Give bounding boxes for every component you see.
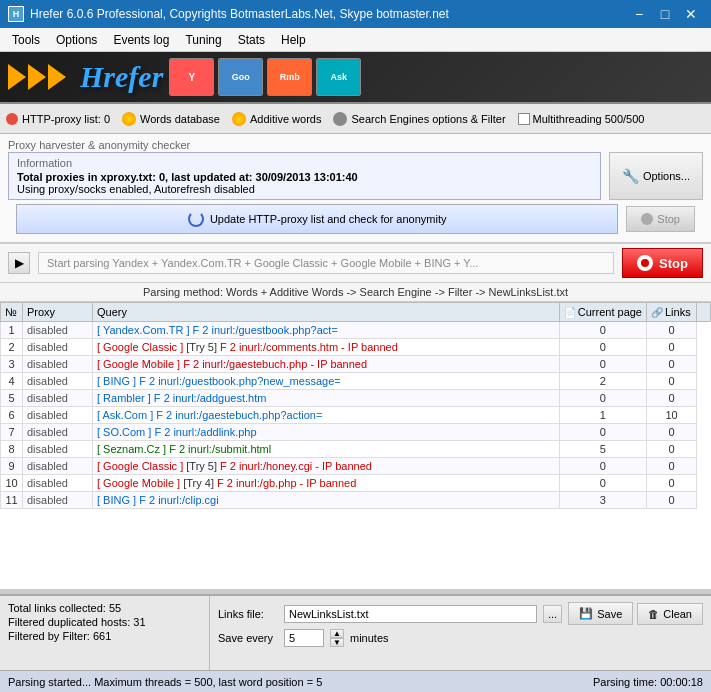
- cell-proxy: disabled: [23, 475, 93, 492]
- update-row: Update HTTP-proxy list and check for ano…: [8, 200, 703, 238]
- cell-query: [ Google Mobile ] F 2 inurl:/gaestebuch.…: [93, 356, 560, 373]
- maximize-button[interactable]: □: [653, 4, 677, 24]
- cell-links: 0: [647, 475, 697, 492]
- proxy-status-icon: [6, 113, 18, 125]
- menu-tuning[interactable]: Tuning: [177, 31, 229, 49]
- words-db-item[interactable]: Words database: [122, 112, 220, 126]
- update-proxy-button[interactable]: Update HTTP-proxy list and check for ano…: [16, 204, 618, 234]
- banner-images: Y Goo Rmb Ask: [169, 58, 361, 96]
- cell-query: [ Ask.Com ] F 2 inurl:/gaestebuch.php?ac…: [93, 407, 560, 424]
- stop-button-red[interactable]: Stop: [622, 248, 703, 278]
- table-row: 5 disabled [ Rambler ] F 2 inurl:/addgue…: [1, 390, 711, 407]
- spinner-down[interactable]: ▼: [330, 638, 344, 647]
- stop-button-gray[interactable]: Stop: [626, 206, 695, 232]
- app-window: H Hrefer 6.0.6 Professional, Copyrights …: [0, 0, 711, 692]
- proxy-info-box: Information Total proxies in xproxy.txt:…: [8, 152, 601, 200]
- cell-links: 0: [647, 458, 697, 475]
- table-row: 9 disabled [ Google Classic ] [Try 5] F …: [1, 458, 711, 475]
- parse-status-input: Start parsing Yandex + Yandex.Com.TR + G…: [38, 252, 614, 274]
- spinner-up[interactable]: ▲: [330, 629, 344, 638]
- results-table-container[interactable]: № Proxy Query 📄 Current page 🔗 Links: [0, 302, 711, 590]
- cell-current-page: 0: [559, 322, 646, 339]
- cell-proxy: disabled: [23, 492, 93, 509]
- cell-current-page: 0: [559, 390, 646, 407]
- cell-query: [ BING ] F 2 inurl:/clip.cgi: [93, 492, 560, 509]
- col-query: Query: [93, 303, 560, 322]
- menu-stats[interactable]: Stats: [230, 31, 273, 49]
- cell-num: 11: [1, 492, 23, 509]
- browse-button[interactable]: ...: [543, 605, 562, 623]
- cell-proxy: disabled: [23, 339, 93, 356]
- cell-current-page: 0: [559, 424, 646, 441]
- status-left: Parsing started... Maximum threads = 500…: [8, 676, 322, 688]
- banner-arrows: [8, 64, 66, 90]
- results-table: № Proxy Query 📄 Current page 🔗 Links: [0, 302, 711, 509]
- cell-links: 10: [647, 407, 697, 424]
- gear-icon: [333, 112, 347, 126]
- filtered-dup-label: Filtered duplicated hosts: 31: [8, 616, 201, 628]
- cell-current-page: 0: [559, 356, 646, 373]
- refresh-icon: [188, 211, 204, 227]
- col-current-page: 📄 Current page: [559, 303, 646, 322]
- cell-links: 0: [647, 424, 697, 441]
- links-file-label: Links file:: [218, 608, 278, 620]
- menu-tools[interactable]: Tools: [4, 31, 48, 49]
- total-links-label: Total links collected: 55: [8, 602, 201, 614]
- menu-options[interactable]: Options: [48, 31, 105, 49]
- cell-current-page: 1: [559, 407, 646, 424]
- cell-current-page: 2: [559, 373, 646, 390]
- proxy-list-indicator: HTTP-proxy list: 0: [6, 113, 110, 125]
- stats-panel: Total links collected: 55 Filtered dupli…: [0, 596, 210, 670]
- links-file-input[interactable]: [284, 605, 537, 623]
- status-bar: Parsing started... Maximum threads = 500…: [0, 670, 711, 692]
- multithreading-item[interactable]: Multithreading 500/500: [518, 113, 645, 125]
- additive-words-item[interactable]: Additive words: [232, 112, 322, 126]
- menu-help[interactable]: Help: [273, 31, 314, 49]
- cell-proxy: disabled: [23, 441, 93, 458]
- play-button[interactable]: ▶: [8, 252, 30, 274]
- stop-icon-gray: [641, 213, 653, 225]
- additive-icon: [232, 112, 246, 126]
- cell-query: [ Google Classic ] [Try 5] F 2 inurl:/co…: [93, 339, 560, 356]
- cell-proxy: disabled: [23, 322, 93, 339]
- proxy-section: Proxy harvester & anonymity checker Info…: [0, 134, 711, 243]
- table-row: 11 disabled [ BING ] F 2 inurl:/clip.cgi…: [1, 492, 711, 509]
- links-file-row: Links file: ... 💾 Save 🗑 Clean: [218, 602, 703, 625]
- cell-links: 0: [647, 356, 697, 373]
- cell-current-page: 0: [559, 458, 646, 475]
- proxy-info-line1: Total proxies in xproxy.txt: 0, last upd…: [17, 171, 592, 183]
- multithreading-checkbox[interactable]: [518, 113, 530, 125]
- col-num: №: [1, 303, 23, 322]
- menu-bar: Tools Options Events log Tuning Stats He…: [0, 28, 711, 52]
- cell-query: [ Yandex.Com.TR ] F 2 inurl:/guestbook.p…: [93, 322, 560, 339]
- multithreading-label: Multithreading 500/500: [533, 113, 645, 125]
- search-engines-label: Search Engines options & Filter: [351, 113, 505, 125]
- save-button[interactable]: 💾 Save: [568, 602, 633, 625]
- save-every-label: Save every: [218, 632, 278, 644]
- cell-num: 3: [1, 356, 23, 373]
- proxy-row: Information Total proxies in xproxy.txt:…: [8, 152, 703, 200]
- app-icon: H: [8, 6, 24, 22]
- search-engines-item[interactable]: Search Engines options & Filter: [333, 112, 505, 126]
- save-every-input[interactable]: [284, 629, 324, 647]
- options-button[interactable]: 🔧 Options...: [609, 152, 703, 200]
- clean-btn-label: Clean: [663, 608, 692, 620]
- stop-icon-red: [637, 255, 653, 271]
- close-button[interactable]: ✕: [679, 4, 703, 24]
- wrench-icon: 🔧: [622, 168, 639, 184]
- stop-btn-gray-label: Stop: [657, 213, 680, 225]
- clean-button[interactable]: 🗑 Clean: [637, 603, 703, 625]
- cell-current-page: 5: [559, 441, 646, 458]
- title-bar-left: H Hrefer 6.0.6 Professional, Copyrights …: [8, 6, 449, 22]
- update-btn-label: Update HTTP-proxy list and check for ano…: [210, 213, 447, 225]
- cell-current-page: 0: [559, 339, 646, 356]
- minimize-button[interactable]: −: [627, 4, 651, 24]
- cell-proxy: disabled: [23, 407, 93, 424]
- table-row: 10 disabled [ Google Mobile ] [Try 4] F …: [1, 475, 711, 492]
- menu-events-log[interactable]: Events log: [105, 31, 177, 49]
- table-row: 6 disabled [ Ask.Com ] F 2 inurl:/gaeste…: [1, 407, 711, 424]
- col-scroll: [697, 303, 711, 322]
- filtered-filter-label: Filtered by Filter: 661: [8, 630, 201, 642]
- cell-links: 0: [647, 339, 697, 356]
- table-row: 7 disabled [ SO.Com ] F 2 inurl:/addlink…: [1, 424, 711, 441]
